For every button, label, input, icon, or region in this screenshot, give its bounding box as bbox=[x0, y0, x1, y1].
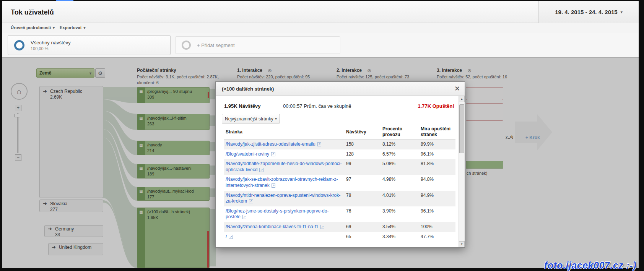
col-header-traffic-pct: Procento provozu bbox=[381, 125, 419, 140]
page-title: Tok uživatelů bbox=[11, 8, 54, 16]
cell-traffic-pct: 4.01% bbox=[381, 191, 419, 206]
page-link[interactable]: /Navody/zmena-kombinace-klaves-fn-f1-na-… bbox=[226, 224, 319, 229]
caret-down-icon: ▾ bbox=[275, 117, 277, 121]
cell-visits: 128 bbox=[345, 149, 381, 159]
col-header-exit-rate: Míra opuštění stránek bbox=[419, 125, 455, 140]
table-row: /Navody/ntldr-nenalezen-oprava-spusteni-… bbox=[224, 191, 455, 206]
external-link-icon[interactable]: ↗ bbox=[320, 225, 325, 229]
cell-visits: 65 bbox=[345, 232, 381, 242]
cell-traffic-pct: 4.98% bbox=[381, 175, 419, 190]
cell-visits: 97 bbox=[345, 175, 381, 190]
col-header-visits: Návštěvy bbox=[345, 125, 381, 140]
scrollbar-thumb[interactable] bbox=[459, 104, 464, 153]
table-row: /Blog/nez-jsme-se-dostaly-s-prstynkem-po… bbox=[224, 206, 455, 222]
external-link-icon[interactable]: ↗ bbox=[271, 152, 275, 156]
dialog-title: (>100 dalších stránek) bbox=[222, 82, 274, 96]
scroll-up-button[interactable]: ▲ bbox=[459, 96, 465, 102]
cell-exit-rate: 96.1% bbox=[419, 149, 455, 159]
segment-text: Všechny návštěvy 100,00 % bbox=[31, 40, 71, 51]
cell-exit-rate: 89.9% bbox=[419, 140, 455, 149]
page-link[interactable]: / bbox=[226, 234, 227, 239]
segment-all-visits[interactable]: Všechny návštěvy 100,00 % bbox=[8, 35, 171, 55]
add-segment-button[interactable]: + Přidat segment bbox=[175, 36, 340, 54]
external-link-icon[interactable]: ↗ bbox=[259, 168, 263, 172]
date-range-label: 19. 4. 2015 - 24. 4. 2015 bbox=[555, 9, 617, 15]
cell-exit-rate: 94.8% bbox=[419, 175, 455, 190]
table-row: /Navody/jak-se-zbavit-zobrazovani-otravn… bbox=[224, 175, 455, 190]
detail-level-label: Úroveň podrobnosti bbox=[11, 25, 51, 30]
col-header-page: Stránka bbox=[224, 125, 345, 140]
dialog-header: (>100 dalších stránek) ✕ bbox=[216, 82, 465, 96]
table-row: /↗ 65 3.34% 47.7% bbox=[224, 232, 455, 242]
add-segment-circle-icon bbox=[182, 41, 191, 50]
external-link-icon[interactable]: ↗ bbox=[272, 183, 276, 188]
segment-value: 100,00 % bbox=[31, 46, 71, 51]
table-row: /Navody/zmena-kombinace-klaves-fn-f1-na-… bbox=[224, 222, 455, 232]
table-row: /Navody/odhalte-zapomenute-heslo-do-wind… bbox=[224, 159, 455, 175]
export-dropdown[interactable]: Exportovat ▾ bbox=[60, 25, 86, 30]
table-row: /Blog/svatebni-noviny↗ 128 6.57% 96.1% bbox=[224, 149, 455, 159]
cell-exit-rate: 81.8% bbox=[419, 159, 455, 175]
page-link[interactable]: /Blog/svatebni-noviny bbox=[226, 151, 269, 157]
external-link-icon[interactable]: ↗ bbox=[242, 215, 247, 219]
cell-traffic-pct: 3.54% bbox=[381, 222, 419, 232]
cell-exit-rate: 47.7% bbox=[419, 232, 455, 242]
table-row: /Navody/jak-zjistit-adresu-odesilatele-e… bbox=[224, 140, 455, 149]
page-link[interactable]: /Navody/ntldr-nenalezen-oprava-spusteni-… bbox=[226, 193, 340, 204]
app-header: Tok uživatelů 19. 4. 2015 - 24. 4. 2015 … bbox=[2, 1, 639, 23]
cell-exit-rate: 94.9% bbox=[419, 191, 455, 206]
page-link[interactable]: /Navody/jak-zjistit-adresu-odesilatele-e… bbox=[226, 141, 315, 147]
page-link[interactable]: /Navody/jak-se-zbavit-zobrazovani-otravn… bbox=[226, 177, 338, 188]
caret-down-icon: ▾ bbox=[621, 10, 623, 14]
cell-visits: 158 bbox=[345, 140, 381, 149]
cell-traffic-pct: 6.57% bbox=[381, 149, 419, 159]
cell-traffic-pct: 3.34% bbox=[381, 232, 419, 242]
screenshot-frame: Tok uživatelů 19. 4. 2015 - 24. 4. 2015 … bbox=[0, 0, 644, 271]
cell-traffic-pct: 3.90% bbox=[381, 206, 419, 222]
page-link[interactable]: /Blog/nez-jsme-se-dostaly-s-prstynkem-po… bbox=[226, 208, 329, 220]
cell-visits: 76 bbox=[345, 206, 381, 222]
pages-filter-label: Nejvýznamnější stránky bbox=[225, 116, 273, 122]
pages-table: Stránka Návštěvy Procento provozu Míra o… bbox=[224, 125, 455, 242]
cell-visits: 69 bbox=[345, 222, 381, 232]
external-link-icon[interactable]: ↗ bbox=[229, 235, 233, 239]
export-label: Exportovat bbox=[60, 25, 81, 30]
stat-visits: 1.95K Návštěvy bbox=[224, 103, 260, 109]
analytics-app: Tok uživatelů 19. 4. 2015 - 24. 4. 2015 … bbox=[2, 1, 639, 268]
external-link-icon[interactable]: ↗ bbox=[317, 142, 322, 146]
cell-visits: 99 bbox=[345, 159, 381, 175]
segment-donut-icon bbox=[14, 40, 24, 50]
cell-traffic-pct: 8.12% bbox=[381, 140, 419, 149]
cell-visits: 78 bbox=[345, 191, 381, 206]
page-link[interactable]: /Navody/odhalte-zapomenute-heslo-do-wind… bbox=[226, 161, 342, 172]
sub-toolbar: Úroveň podrobnosti ▾ Exportovat ▾ bbox=[2, 23, 639, 33]
watermark: foto.ijacek007.cz :-) bbox=[544, 260, 636, 271]
cell-traffic-pct: 5.08% bbox=[381, 159, 419, 175]
stat-exits: 1.77K Opuštění bbox=[418, 103, 454, 109]
stat-avg-time: 00:00:57 Prům. čas ve skupině bbox=[283, 103, 351, 109]
add-segment-label: + Přidat segment bbox=[197, 42, 235, 48]
caret-down-icon: ▾ bbox=[83, 26, 85, 30]
dialog-scrollbar[interactable]: ▲ ▼ bbox=[459, 96, 465, 247]
table-header-row: Stránka Návštěvy Procento provozu Míra o… bbox=[224, 125, 455, 140]
scroll-down-button[interactable]: ▼ bbox=[459, 241, 465, 247]
cell-exit-rate: 96.1% bbox=[419, 206, 455, 222]
date-range-selector[interactable]: 19. 4. 2015 - 24. 4. 2015 ▾ bbox=[538, 1, 639, 23]
segment-bar: Všechny návštěvy 100,00 % + Přidat segme… bbox=[2, 33, 639, 57]
node-details-dialog: (>100 dalších stránek) ✕ 1.95K Návštěvy … bbox=[215, 81, 465, 248]
detail-level-dropdown[interactable]: Úroveň podrobnosti ▾ bbox=[11, 25, 55, 30]
dialog-close-button[interactable]: ✕ bbox=[454, 85, 460, 92]
caret-down-icon: ▾ bbox=[53, 26, 55, 30]
pages-filter-dropdown[interactable]: Nejvýznamnější stránky ▾ bbox=[222, 114, 280, 123]
external-link-icon[interactable]: ↗ bbox=[249, 199, 253, 203]
cell-exit-rate: 100% bbox=[419, 222, 455, 232]
segment-label: Všechny návštěvy bbox=[31, 40, 71, 45]
